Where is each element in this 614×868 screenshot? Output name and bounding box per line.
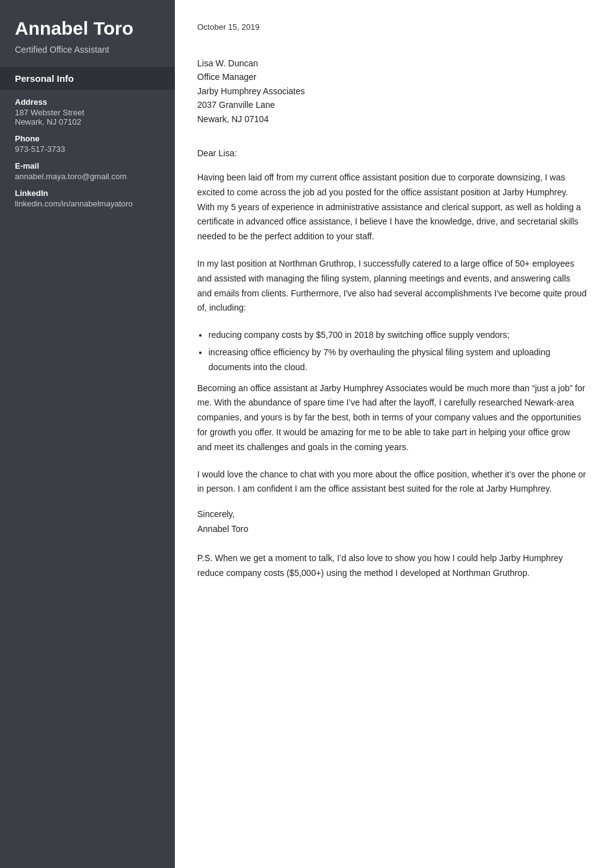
linkedin-value: linkedin.com/in/annabelmayatoro [15,199,160,208]
personal-info-section: Personal Info Address 187 Webster Street… [0,67,175,215]
recipient-company: Jarby Humphrey Associates [197,84,587,98]
bullet-item-2: increasing office efficiency by 7% by ov… [208,345,587,375]
bullet-list: reducing company costs by $5,700 in 2018… [208,328,587,374]
address-label: Address [15,97,160,107]
bullet-item-1: reducing company costs by $5,700 in 2018… [208,328,587,343]
sidebar-info-block: Address 187 Webster Street Newark, NJ 07… [0,97,175,215]
letter-date: October 15, 2019 [197,22,587,32]
postscript: P.S. When we get a moment to talk, I’d a… [197,551,587,581]
closing: Sincerely, [197,509,587,519]
recipient-address2: Newark, NJ 07104 [197,112,587,126]
sidebar: Annabel Toro Certified Office Assistant … [0,0,175,868]
sidebar-header: Annabel Toro Certified Office Assistant [0,0,175,67]
recipient-block: Lisa W. Duncan Office Manager Jarby Hump… [197,56,587,126]
page: Annabel Toro Certified Office Assistant … [0,0,614,868]
candidate-title: Certified Office Assistant [15,45,160,55]
paragraph-3: Becoming an office assistant at Jarby Hu… [197,381,587,455]
phone-label: Phone [15,134,160,143]
salutation: Dear Lisa: [197,148,587,158]
address-line1: 187 Webster Street [15,108,160,117]
paragraph-4: I would love the chance to chat with you… [197,467,587,497]
phone-value: 973-517-3733 [15,144,160,154]
candidate-name: Annabel Toro [15,17,160,40]
main-content: October 15, 2019 Lisa W. Duncan Office M… [175,0,614,868]
email-value: annabel.maya.toro@gmail.com [15,172,160,181]
recipient-name: Lisa W. Duncan [197,56,587,70]
recipient-address1: 2037 Granville Lane [197,98,587,112]
signature: Annabel Toro [197,524,587,534]
paragraph-1: Having been laid off from my current off… [197,170,587,244]
linkedin-label: LinkedIn [15,188,160,198]
paragraph-2: In my last position at Northman Gruthrop… [197,257,587,316]
address-line2: Newark, NJ 07102 [15,117,160,126]
recipient-title: Office Manager [197,70,587,84]
email-label: E-mail [15,161,160,170]
personal-info-heading: Personal Info [0,67,175,90]
